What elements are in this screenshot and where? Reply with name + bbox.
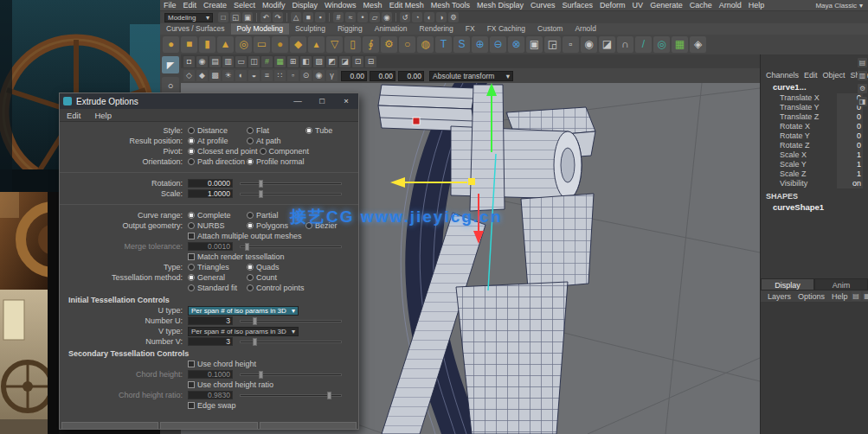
frame-selection-icon[interactable]: ⊟ bbox=[365, 56, 376, 67]
close-button[interactable]: × bbox=[334, 93, 358, 109]
option-use-chord-height[interactable]: Use chord height bbox=[188, 360, 256, 368]
option-control-points[interactable]: Control points bbox=[247, 284, 305, 292]
minimize-button[interactable]: — bbox=[286, 93, 310, 109]
menu-cache[interactable]: Cache bbox=[686, 0, 716, 11]
slider-handle[interactable] bbox=[253, 338, 257, 346]
value-field-number-u[interactable]: 3 bbox=[188, 316, 233, 325]
transform-field-1[interactable]: 0.00 bbox=[341, 71, 367, 81]
new-empty-layer-icon[interactable]: ▤ bbox=[852, 291, 861, 301]
radio-partial[interactable] bbox=[247, 212, 254, 219]
ship-wheel-3d-model[interactable] bbox=[378, 83, 595, 434]
film-gate-icon[interactable]: ▦ bbox=[274, 56, 286, 67]
checkbox-attach-multiple-output-meshes[interactable] bbox=[188, 233, 195, 239]
snap-to-curve-icon[interactable]: ≈ bbox=[345, 12, 356, 22]
layer-menu-layers[interactable]: Layers bbox=[764, 292, 794, 301]
radio-complete[interactable] bbox=[188, 212, 195, 219]
extract-icon[interactable]: ▫ bbox=[563, 36, 579, 53]
construction-history-icon[interactable]: ↺ bbox=[400, 12, 410, 22]
value-field-number-v[interactable]: 3 bbox=[188, 337, 233, 346]
camera-attributes-icon[interactable]: ▤ bbox=[209, 56, 221, 67]
poly-helix-icon[interactable]: ∮ bbox=[363, 36, 379, 53]
boolean-difference-icon[interactable]: ⊖ bbox=[490, 36, 506, 53]
mirror-icon[interactable]: ◈ bbox=[690, 36, 706, 53]
poly-svg-icon[interactable]: S bbox=[453, 36, 470, 53]
frame-all-icon[interactable]: ⊡ bbox=[352, 56, 363, 67]
channel-row-translate-z[interactable]: Translate Z0 bbox=[761, 112, 868, 122]
channel-row-rotate-x[interactable]: Rotate X0 bbox=[761, 122, 868, 131]
xray-icon[interactable]: ▫ bbox=[287, 70, 299, 81]
poly-type-icon[interactable]: T bbox=[435, 36, 452, 53]
option-triangles[interactable]: Triangles bbox=[188, 263, 245, 271]
dialog-menu-help[interactable]: Help bbox=[87, 109, 119, 121]
channel-row-visibility[interactable]: Visibilityon bbox=[761, 179, 868, 188]
slider-handle[interactable] bbox=[259, 180, 263, 188]
option-profile-normal[interactable]: Profile normal bbox=[247, 157, 305, 166]
channel-value[interactable]: 0 bbox=[837, 141, 863, 150]
poly-platonic-icon[interactable]: ◆ bbox=[290, 36, 306, 53]
manipulator-center-handle[interactable] bbox=[468, 178, 475, 185]
radio-flat[interactable] bbox=[247, 127, 254, 134]
channel-row-rotate-y[interactable]: Rotate Y0 bbox=[761, 131, 868, 141]
poly-pyramid-icon[interactable]: ▴ bbox=[308, 36, 325, 53]
poly-disc-icon[interactable]: ● bbox=[272, 36, 288, 53]
new-scene-icon[interactable]: □ bbox=[218, 12, 228, 22]
radio-general[interactable] bbox=[188, 274, 195, 281]
ambient-occlusion-icon[interactable]: ◒ bbox=[248, 70, 260, 81]
menu-set-dropdown[interactable]: Modeling ▾ bbox=[164, 13, 213, 22]
snap-to-plane-icon[interactable]: ▱ bbox=[370, 12, 380, 22]
channel-value[interactable]: 0 bbox=[837, 122, 863, 131]
radio-triangles[interactable] bbox=[188, 264, 195, 271]
textured-icon[interactable]: ▩ bbox=[209, 70, 221, 81]
shelf-tab-curves-surfaces[interactable]: Curves / Surfaces bbox=[160, 23, 231, 35]
option-distance[interactable]: Distance bbox=[188, 126, 245, 135]
select-component-icon[interactable]: ▪ bbox=[315, 12, 325, 22]
menu-mesh-display[interactable]: Mesh Display bbox=[473, 0, 527, 11]
layer-editor-tab-display[interactable]: Display bbox=[761, 278, 814, 290]
dialog-action-button[interactable] bbox=[160, 422, 257, 429]
save-scene-icon[interactable]: ▣ bbox=[242, 12, 253, 22]
option-use-chord-height-ratio[interactable]: Use chord height ratio bbox=[188, 380, 273, 389]
dropdown-v-type[interactable]: Per span # of iso params in 3D▾ bbox=[188, 327, 299, 336]
option-component[interactable]: Component bbox=[260, 147, 317, 156]
radio-profile-normal[interactable] bbox=[247, 158, 254, 165]
poly-cone-icon[interactable]: ▲ bbox=[217, 36, 234, 53]
option-path-direction[interactable]: Path direction bbox=[188, 157, 245, 166]
option-nurbs[interactable]: NURBS bbox=[188, 221, 245, 230]
channel-value[interactable]: 1 bbox=[837, 160, 863, 169]
radio-at-path[interactable] bbox=[247, 137, 254, 144]
shelf-tab-animation[interactable]: Animation bbox=[369, 23, 414, 35]
menu-edit-mesh[interactable]: Edit Mesh bbox=[386, 0, 428, 11]
dialog-menu-edit[interactable]: Edit bbox=[60, 109, 87, 121]
multisample-icon[interactable]: ∷ bbox=[274, 70, 286, 81]
slider-handle[interactable] bbox=[245, 243, 249, 251]
ipr-render-icon[interactable]: ◑ bbox=[436, 12, 447, 22]
x-axis-arrowhead-selected[interactable] bbox=[390, 177, 405, 188]
menu-deform[interactable]: Deform bbox=[596, 0, 629, 11]
menu-curves[interactable]: Curves bbox=[527, 0, 559, 11]
shelf-tab-poly-modeling[interactable]: Poly Modeling bbox=[231, 23, 289, 35]
target-weld-icon[interactable]: ◎ bbox=[653, 36, 670, 53]
dialog-action-button[interactable] bbox=[61, 422, 158, 429]
tool-settings-icon[interactable]: ⚙ bbox=[858, 84, 867, 93]
channel-value[interactable]: on bbox=[837, 179, 863, 188]
checkbox-use-chord-height[interactable] bbox=[188, 361, 195, 367]
shelf-tab-sculpting[interactable]: Sculpting bbox=[289, 23, 331, 35]
option-match-render-tessellation[interactable]: Match render tessellation bbox=[188, 252, 285, 261]
lights-icon[interactable]: ☀ bbox=[222, 70, 234, 81]
channel-box-menu-channels[interactable]: Channels bbox=[764, 71, 800, 80]
lasso-tool-icon[interactable]: ○ bbox=[162, 77, 179, 94]
select-tool-icon[interactable]: ◤ bbox=[162, 56, 179, 73]
transform-field-2[interactable]: 0.00 bbox=[370, 71, 395, 81]
snap-to-grid-icon[interactable]: # bbox=[333, 12, 344, 22]
checkbox-edge-swap[interactable] bbox=[188, 402, 195, 409]
layer-editor-tab-anim[interactable]: Anim bbox=[814, 278, 868, 290]
radio-closest-end-point[interactable] bbox=[188, 148, 195, 155]
quad-draw-icon[interactable]: ▦ bbox=[672, 36, 688, 53]
channel-value[interactable]: 1 bbox=[837, 169, 863, 179]
slider-merge-tolerance[interactable] bbox=[240, 246, 342, 248]
value-field-scale[interactable]: 1.0000 bbox=[188, 189, 233, 198]
grid-toggle-icon[interactable]: # bbox=[261, 56, 273, 67]
poly-cube-icon[interactable]: ■ bbox=[181, 36, 197, 53]
shelf-tab-arnold[interactable]: Arnold bbox=[569, 23, 602, 35]
radio-standard-fit[interactable] bbox=[188, 284, 195, 291]
